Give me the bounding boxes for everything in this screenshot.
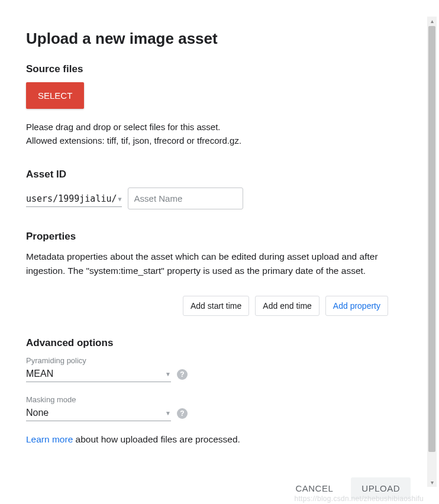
- masking-value: None: [26, 408, 49, 418]
- help-icon[interactable]: ?: [177, 369, 188, 380]
- asset-name-input[interactable]: [128, 188, 243, 209]
- chevron-down-icon: ▼: [118, 196, 122, 202]
- properties-description: Metadata properties about the asset whic…: [26, 250, 388, 278]
- source-hint: Please drag and drop or select files for…: [26, 121, 388, 147]
- scroll-up-icon[interactable]: ▴: [428, 18, 435, 25]
- add-start-time-button[interactable]: Add start time: [183, 296, 249, 316]
- pyramiding-value: MEAN: [26, 369, 53, 379]
- add-property-button[interactable]: Add property: [325, 296, 388, 316]
- chevron-down-icon: ▼: [165, 371, 171, 377]
- asset-id-row: users/1999jialiu/ ▼: [26, 188, 388, 209]
- learn-more-line: Learn more about how uploaded files are …: [26, 434, 388, 445]
- hint-line-2: Allowed extensions: tiff, tif, json, tfr…: [26, 134, 388, 148]
- scrollbar-thumb[interactable]: [428, 26, 435, 452]
- asset-id-header: Asset ID: [26, 169, 388, 180]
- chevron-down-icon: ▼: [165, 410, 171, 416]
- masking-field: Masking mode None ▼ ?: [26, 395, 388, 421]
- source-files-header: Source files: [26, 63, 388, 75]
- hint-line-1: Please drag and drop or select files for…: [26, 121, 388, 134]
- masking-mode-select[interactable]: None ▼: [26, 405, 171, 421]
- pyramiding-policy-select[interactable]: MEAN ▼: [26, 366, 171, 382]
- select-files-button[interactable]: SELECT: [26, 82, 84, 109]
- dialog-title: Upload a new image asset: [26, 30, 388, 48]
- add-end-time-button[interactable]: Add end time: [255, 296, 319, 316]
- scroll-down-icon[interactable]: ▾: [428, 479, 435, 486]
- property-buttons-row: Add start time Add end time Add property: [26, 296, 388, 316]
- upload-asset-dialog: Upload a new image asset Source files SE…: [0, 0, 414, 504]
- learn-more-link[interactable]: Learn more: [26, 434, 73, 444]
- advanced-options-header: Advanced options: [26, 337, 388, 349]
- help-icon[interactable]: ?: [177, 408, 188, 419]
- pyramiding-field: Pyramiding policy MEAN ▼ ?: [26, 356, 388, 382]
- learn-more-rest: about how uploaded files are processed.: [73, 434, 240, 444]
- properties-header: Properties: [26, 231, 388, 243]
- watermark-text: https://blog.csdn.net/zhebushibiaoshifu: [294, 495, 424, 503]
- pyramiding-label: Pyramiding policy: [26, 356, 388, 365]
- asset-path-dropdown[interactable]: users/1999jialiu/ ▼: [26, 190, 122, 207]
- asset-path-value: users/1999jialiu/: [26, 193, 117, 204]
- masking-label: Masking mode: [26, 395, 388, 404]
